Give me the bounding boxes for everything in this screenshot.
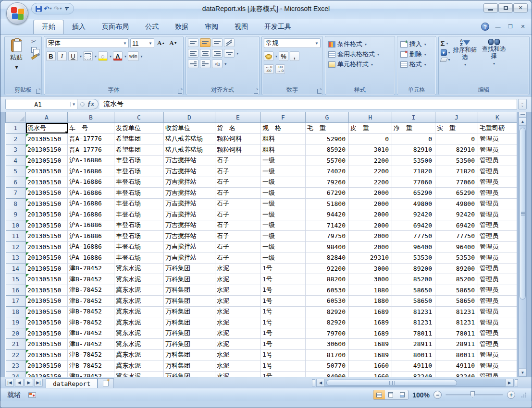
cell-B3[interactable]: 晋A-17776: [68, 144, 114, 156]
cell-C24[interactable]: 冀东水泥: [114, 371, 164, 377]
cell-A8[interactable]: 201305150: [26, 198, 68, 209]
cell-A10[interactable]: 201305150: [26, 220, 68, 231]
cell-E18[interactable]: 水泥: [215, 306, 261, 317]
zoom-slider-track[interactable]: [445, 394, 503, 396]
cell-D20[interactable]: 万科集团: [164, 328, 215, 339]
decrease-indent-button[interactable]: [188, 60, 198, 68]
top-align-button[interactable]: [188, 38, 198, 47]
clipboard-dialog-launcher[interactable]: [36, 89, 40, 94]
scroll-right-button[interactable]: ▶: [505, 379, 514, 387]
horizontal-scroll-track[interactable]: [325, 379, 505, 387]
cell-J18[interactable]: 81231: [435, 306, 478, 317]
cell-G18[interactable]: 82920: [306, 306, 349, 317]
cell-K24[interactable]: 管理员: [478, 371, 517, 377]
select-all-corner[interactable]: [6, 112, 26, 123]
cell-H20[interactable]: 1689: [349, 328, 392, 339]
cell-K22[interactable]: 管理员: [478, 349, 517, 360]
cell-G6[interactable]: 79260: [306, 177, 349, 188]
cell-G23[interactable]: 50770: [306, 360, 349, 372]
row-header-22[interactable]: 22: [6, 349, 26, 360]
align-left-button[interactable]: [188, 49, 198, 58]
page-break-view-button[interactable]: [396, 390, 408, 399]
cell-C10[interactable]: 丰登石场: [114, 220, 164, 231]
cell-A16[interactable]: 201305150: [26, 285, 68, 296]
cell-I2[interactable]: 0: [392, 133, 435, 144]
cell-C19[interactable]: 冀东水泥: [114, 317, 164, 328]
cell-D18[interactable]: 万科集团: [164, 306, 215, 317]
align-right-button[interactable]: [212, 49, 223, 58]
autosum-button[interactable]: Σ▾: [441, 39, 450, 48]
row-header-4[interactable]: 4: [6, 155, 26, 166]
zoom-level[interactable]: 100%: [412, 391, 430, 399]
cell-styles-button[interactable]: 单元格样式 ▾: [328, 60, 393, 69]
cell-J3[interactable]: 82910: [435, 144, 478, 156]
help-button[interactable]: ?: [481, 23, 489, 31]
cell-E6[interactable]: 石子: [215, 177, 261, 188]
cell-G2[interactable]: 52900: [306, 133, 349, 144]
cell-H5[interactable]: 2200: [349, 166, 392, 177]
cell-K13[interactable]: 管理员: [478, 252, 517, 264]
cell-H19[interactable]: 1689: [349, 317, 392, 328]
insert-function-button[interactable]: ƒx: [77, 99, 99, 109]
cell-D4[interactable]: 万吉搅拌站: [164, 155, 215, 166]
cell-A24[interactable]: 201305150: [26, 371, 68, 377]
zoom-out-button[interactable]: −: [433, 391, 442, 399]
cell-C6[interactable]: 丰登石场: [114, 177, 164, 188]
cell-C18[interactable]: 冀东水泥: [114, 306, 164, 317]
cell-K7[interactable]: 管理员: [478, 188, 517, 199]
row-header-21[interactable]: 21: [6, 339, 26, 350]
font-color-button[interactable]: A: [113, 51, 123, 61]
cell-A21[interactable]: 201305150: [26, 339, 68, 350]
font-name-combo[interactable]: 宋体 ▼: [46, 38, 129, 48]
cell-F23[interactable]: 1号: [261, 360, 306, 372]
cell-K14[interactable]: 管理员: [478, 263, 517, 274]
cell-G9[interactable]: 94420: [306, 209, 349, 220]
ribbon-tab-7[interactable]: 开发工具: [256, 20, 299, 34]
cell-J5[interactable]: 71820: [435, 166, 478, 177]
cell-D15[interactable]: 万科集团: [164, 274, 215, 285]
cell-E12[interactable]: 石子: [215, 241, 261, 252]
cell-K2[interactable]: 管理员: [478, 133, 517, 144]
cell-B13[interactable]: 沪A-16886: [68, 252, 114, 264]
cell-H21[interactable]: 1689: [349, 339, 392, 350]
row-header-17[interactable]: 17: [6, 296, 26, 307]
cell-J15[interactable]: 85200: [435, 274, 478, 285]
cell-E16[interactable]: 水泥: [215, 285, 261, 296]
cell-I16[interactable]: 58650: [392, 285, 435, 296]
cell-I15[interactable]: 85200: [392, 274, 435, 285]
cell-F21[interactable]: 1号: [261, 339, 306, 350]
cell-B6[interactable]: 沪A-16886: [68, 177, 114, 188]
cell-J7[interactable]: 65290: [435, 188, 478, 199]
cell-E19[interactable]: 水泥: [215, 317, 261, 328]
cell-H11[interactable]: 2000: [349, 231, 392, 242]
cell-D2[interactable]: 猪八戒养猪场: [164, 133, 215, 144]
format-painter-button[interactable]: [31, 54, 38, 60]
cell-H12[interactable]: 2000: [349, 241, 392, 252]
sheet-tab-datareport[interactable]: dataReport: [46, 378, 98, 388]
cell-J2[interactable]: 0: [435, 133, 478, 144]
insert-worksheet-tab[interactable]: [98, 378, 114, 388]
italic-button[interactable]: I: [57, 51, 67, 61]
column-header-F[interactable]: F: [261, 112, 306, 123]
cell-H2[interactable]: 0: [349, 133, 392, 144]
row-header-16[interactable]: 16: [6, 285, 26, 296]
vertical-scroll-track[interactable]: [519, 126, 526, 368]
cell-F20[interactable]: 1号: [261, 328, 306, 339]
cell-D6[interactable]: 万吉搅拌站: [164, 177, 215, 188]
horizontal-scroll-thumb[interactable]: [326, 380, 457, 386]
wrap-text-button[interactable]: ab̲: [212, 60, 223, 68]
cell-G8[interactable]: 51800: [306, 198, 349, 209]
cell-I24[interactable]: 83240: [392, 371, 435, 377]
alignment-dialog-launcher[interactable]: [254, 89, 258, 94]
macro-record-button[interactable]: [28, 392, 36, 398]
cell-F14[interactable]: 1号: [261, 263, 306, 274]
bold-button[interactable]: B: [46, 51, 56, 61]
cell-E3[interactable]: 颗粒饲料: [215, 144, 261, 156]
cell-I17[interactable]: 58650: [392, 296, 435, 307]
cell-K18[interactable]: 管理员: [478, 306, 517, 317]
cell-E9[interactable]: 石子: [215, 209, 261, 220]
row-header-13[interactable]: 13: [6, 252, 26, 264]
cell-B22[interactable]: 津B-78452: [68, 349, 114, 360]
cell-B21[interactable]: 津B-78452: [68, 339, 114, 350]
prev-sheet-button[interactable]: ◀: [15, 379, 24, 387]
